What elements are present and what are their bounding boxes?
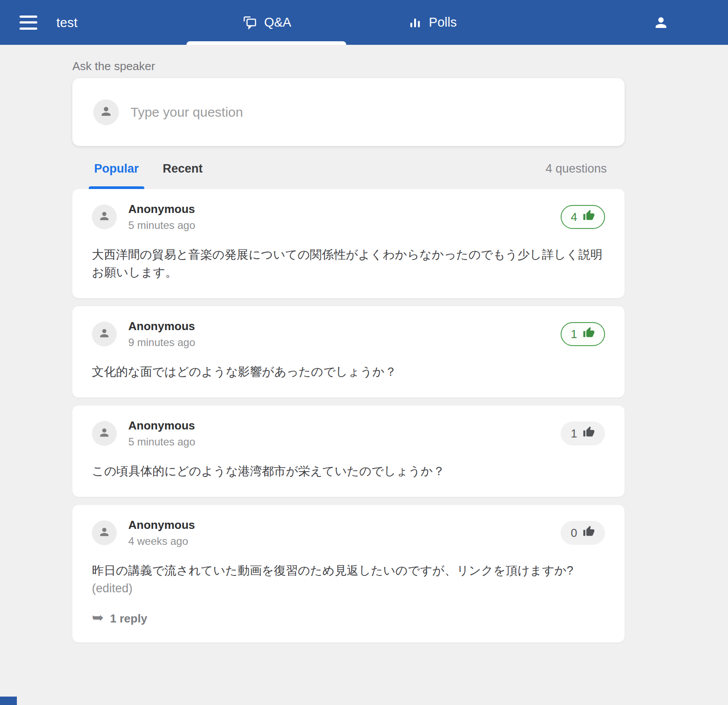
question-author: Anonymous: [128, 202, 195, 216]
question-time: 9 minutes ago: [128, 336, 195, 349]
person-avatar-icon: [99, 105, 113, 120]
qa-chat-icon: [242, 15, 257, 30]
question-author: Anonymous: [128, 419, 195, 433]
tab-polls-label: Polls: [429, 15, 457, 30]
question-author: Anonymous: [128, 518, 195, 532]
question-text: 昨日の講義で流されていた動画を復習のため見返したいのですが、リンクを頂けますか?…: [92, 562, 607, 597]
filter-tab-recent[interactable]: Recent: [158, 149, 208, 189]
question-time: 5 minutes ago: [128, 436, 195, 448]
question-count: 4 questions: [546, 149, 625, 189]
profile-person-icon[interactable]: [653, 15, 669, 31]
question-input[interactable]: [131, 105, 607, 120]
question-text: 大西洋間の貿易と音楽の発展についての関係性がよくわからなかったのでもう少し詳しく…: [92, 246, 607, 281]
bottom-left-blue-artifact: [0, 697, 17, 705]
like-button[interactable]: 1: [561, 322, 605, 346]
question-card: Anonymous 4 weeks ago 0 昨日の講義で流されていた動画を復…: [72, 505, 625, 642]
app-header: test Q&A Polls: [0, 0, 728, 45]
menu-icon[interactable]: [20, 16, 37, 30]
thumbs-up-icon: [583, 426, 595, 441]
person-avatar-icon: [98, 426, 111, 441]
person-avatar-icon: [98, 526, 111, 540]
question-card: Anonymous 5 minutes ago 4 大西洋間の貿易と音楽の発展に…: [72, 189, 625, 298]
active-tab-indicator: [186, 41, 346, 45]
question-card: Anonymous 5 minutes ago 1 この頃具体的にどのような港湾…: [72, 406, 625, 497]
tab-qa-label: Q&A: [264, 15, 291, 30]
like-count: 4: [571, 210, 577, 224]
reply-count-label: 1 reply: [110, 612, 147, 626]
question-avatar: [92, 421, 117, 446]
composer-avatar: [93, 99, 119, 125]
like-count: 1: [571, 327, 577, 341]
like-count: 1: [571, 427, 577, 441]
question-avatar: [92, 322, 117, 347]
thumbs-up-icon: [583, 209, 595, 224]
like-button[interactable]: 1: [561, 421, 605, 445]
replies-toggle[interactable]: ➥ 1 reply: [92, 611, 605, 626]
question-composer: [72, 78, 625, 146]
question-author: Anonymous: [128, 319, 195, 333]
question-text: この頃具体的にどのような港湾都市が栄えていたのでしょうか？: [92, 462, 607, 480]
question-card: Anonymous 9 minutes ago 1 文化的な面ではどのような影響…: [72, 306, 625, 398]
like-button[interactable]: 0: [561, 521, 605, 545]
event-title: test: [56, 15, 78, 30]
polls-chart-icon: [408, 16, 422, 30]
tab-polls[interactable]: Polls: [408, 0, 457, 45]
person-avatar-icon: [98, 210, 111, 224]
filter-tab-popular[interactable]: Popular: [89, 149, 144, 189]
edited-label: (edited): [92, 582, 133, 595]
question-time: 5 minutes ago: [128, 219, 195, 232]
qa-main: Ask the speaker Popular Recent 4 questio…: [0, 59, 625, 642]
thumbs-up-icon: [583, 327, 595, 342]
section-label: Ask the speaker: [72, 59, 625, 73]
question-time: 4 weeks ago: [128, 535, 195, 547]
like-button[interactable]: 4: [561, 205, 605, 229]
tab-qa[interactable]: Q&A: [242, 0, 291, 45]
filter-row: Popular Recent 4 questions: [72, 149, 625, 189]
question-text: 文化的な面ではどのような影響があったのでしょうか？: [92, 363, 607, 381]
thumbs-up-icon: [583, 525, 595, 540]
question-avatar: [92, 520, 117, 545]
reply-arrow-icon: ➥: [92, 610, 104, 625]
like-count: 0: [571, 526, 577, 540]
question-avatar: [92, 205, 117, 229]
person-avatar-icon: [98, 327, 111, 341]
